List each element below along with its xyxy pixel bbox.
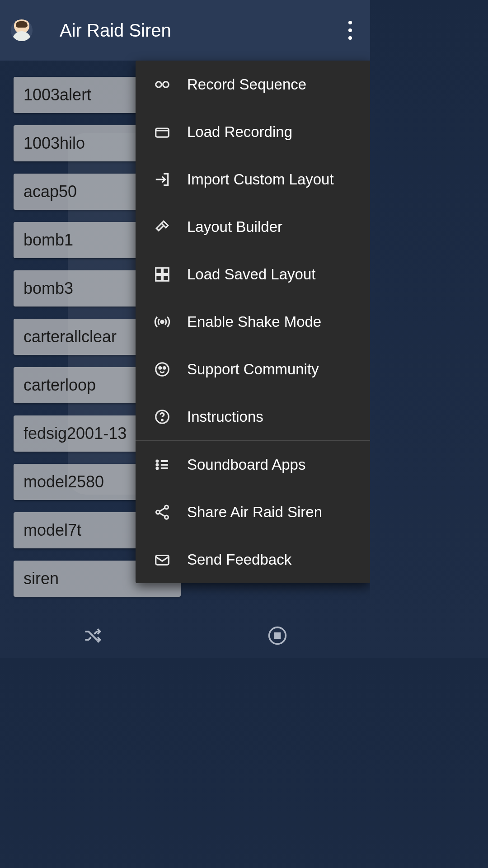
community-icon [154, 361, 171, 378]
app-header: Air Raid Siren [0, 0, 370, 61]
menu-soundboard-apps[interactable]: Soundboard Apps [136, 441, 370, 488]
svg-point-17 [156, 510, 160, 514]
svg-point-12 [162, 419, 163, 420]
svg-rect-2 [156, 128, 169, 137]
svg-point-13 [156, 460, 158, 462]
overflow-menu-button[interactable] [341, 19, 359, 42]
menu-label: Send Feedback [187, 551, 291, 568]
folder-icon [154, 123, 171, 141]
menu-load-recording[interactable]: Load Recording [136, 108, 370, 156]
svg-point-14 [156, 464, 158, 465]
menu-label: Load Recording [187, 123, 292, 141]
svg-rect-3 [156, 268, 162, 274]
share-icon [154, 504, 171, 521]
dots-icon [348, 21, 352, 24]
record-icon [154, 76, 171, 93]
menu-label: Import Custom Layout [187, 171, 334, 188]
menu-label: Enable Shake Mode [187, 313, 321, 330]
menu-record-sequence[interactable]: Record Sequence [136, 61, 370, 108]
hammer-icon [154, 218, 171, 236]
page-title: Air Raid Siren [60, 20, 171, 41]
svg-rect-21 [275, 633, 280, 638]
bottom-toolbar [0, 613, 370, 658]
stop-icon [267, 626, 287, 646]
mail-icon [154, 551, 171, 568]
shake-icon [154, 313, 171, 330]
menu-layout-builder[interactable]: Layout Builder [136, 203, 370, 250]
shuffle-icon [83, 626, 103, 646]
menu-label: Share Air Raid Siren [187, 504, 322, 521]
stop-button[interactable] [265, 623, 290, 648]
menu-label: Support Community [187, 361, 319, 378]
svg-point-16 [165, 505, 169, 509]
avatar[interactable] [11, 19, 33, 41]
menu-label: Instructions [187, 408, 263, 425]
menu-send-feedback[interactable]: Send Feedback [136, 536, 370, 583]
svg-rect-19 [156, 555, 169, 565]
menu-label: Load Saved Layout [187, 266, 315, 283]
menu-label: Record Sequence [187, 76, 306, 93]
svg-point-7 [161, 320, 164, 323]
import-icon [154, 171, 171, 188]
menu-share[interactable]: Share Air Raid Siren [136, 488, 370, 536]
list-icon [154, 456, 171, 473]
grid-icon [154, 266, 171, 283]
menu-load-saved-layout[interactable]: Load Saved Layout [136, 250, 370, 298]
menu-label: Soundboard Apps [187, 456, 305, 473]
svg-rect-5 [156, 275, 162, 281]
svg-point-1 [163, 81, 169, 87]
help-icon [154, 408, 171, 425]
svg-point-18 [165, 515, 169, 519]
svg-rect-4 [163, 268, 169, 274]
svg-rect-6 [163, 275, 169, 281]
menu-label: Layout Builder [187, 218, 282, 236]
svg-point-9 [159, 367, 161, 369]
svg-point-15 [156, 467, 158, 469]
shuffle-button[interactable] [80, 623, 105, 648]
menu-import-layout[interactable]: Import Custom Layout [136, 156, 370, 203]
overflow-dropdown: Record Sequence Load Recording Import Cu… [136, 61, 370, 583]
svg-point-0 [156, 81, 162, 87]
svg-point-10 [163, 367, 165, 369]
svg-point-8 [156, 363, 169, 376]
menu-support-community[interactable]: Support Community [136, 345, 370, 393]
menu-instructions[interactable]: Instructions [136, 393, 370, 440]
menu-enable-shake[interactable]: Enable Shake Mode [136, 298, 370, 345]
